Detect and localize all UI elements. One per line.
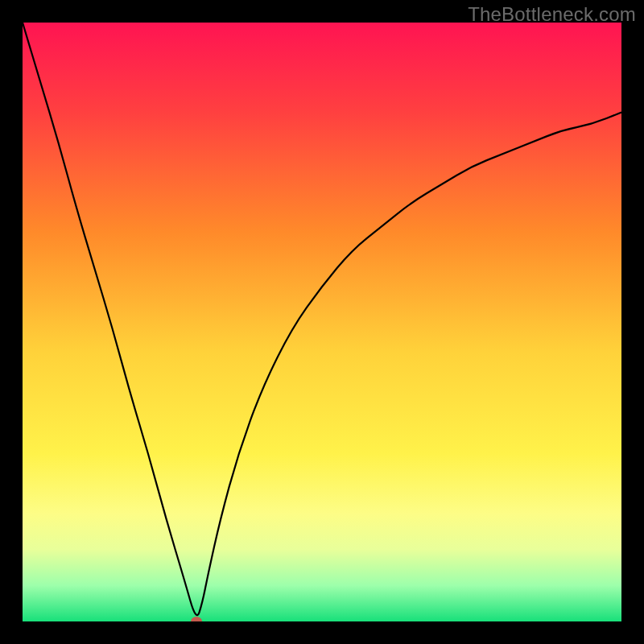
- optimal-point-marker: [191, 617, 202, 621]
- plot-svg: [23, 23, 621, 621]
- plot-background: [23, 23, 621, 621]
- watermark-text: TheBottleneck.com: [468, 3, 636, 26]
- plot-area: [23, 23, 621, 621]
- chart-frame: TheBottleneck.com: [0, 0, 644, 644]
